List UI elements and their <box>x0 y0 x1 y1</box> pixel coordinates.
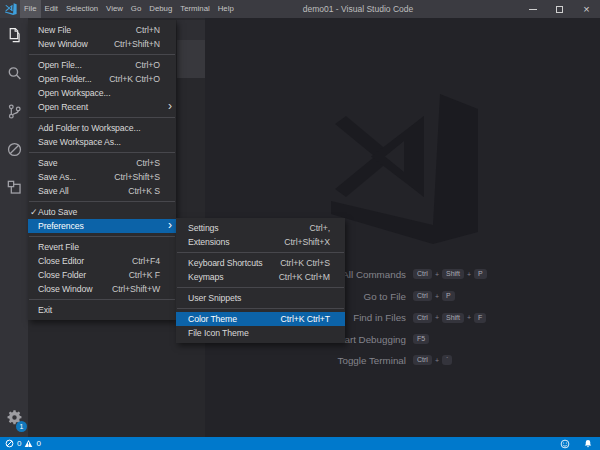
menu-item-save-as[interactable]: Save As...Ctrl+Shift+S <box>28 170 176 184</box>
menu-separator <box>29 152 175 153</box>
activity-bar-extensions[interactable] <box>0 179 28 217</box>
vscode-watermark-logo <box>330 93 483 244</box>
title-bar: FileEditSelectionViewGoDebugTerminalHelp… <box>0 0 600 18</box>
menu-item-file-icon-theme[interactable]: File Icon Theme <box>176 326 345 340</box>
menu-item-preferences[interactable]: Preferences› <box>28 219 176 233</box>
keyboard-key: Ctrl <box>413 291 432 301</box>
submenu-chevron-icon: › <box>168 100 172 113</box>
vscode-logo-icon <box>5 3 17 15</box>
menu-separator <box>177 308 344 309</box>
errors-icon <box>5 439 14 448</box>
menu-item-save-workspace-as[interactable]: Save Workspace As... <box>28 135 176 149</box>
menu-item-auto-save[interactable]: ✓Auto Save <box>28 205 176 219</box>
sidebar-selected-item[interactable] <box>177 40 205 78</box>
keyboard-key: Ctrl <box>413 355 432 365</box>
menubar-item-edit[interactable]: Edit <box>41 0 62 18</box>
activity-bar-debug[interactable] <box>0 141 28 179</box>
submenu-chevron-icon: › <box>168 219 172 232</box>
menu-separator <box>29 201 175 202</box>
menu-item-color-theme[interactable]: Color ThemeCtrl+K Ctrl+T <box>176 312 345 326</box>
menubar-item-terminal[interactable]: Terminal <box>176 0 213 18</box>
file-menu: New FileCtrl+NNew WindowCtrl+Shift+NOpen… <box>28 20 176 320</box>
sidebar-section-a <box>177 20 205 40</box>
activity-bar-search[interactable] <box>0 65 28 103</box>
activity-bar: 1 <box>0 18 28 437</box>
keyboard-key: Ctrl <box>413 313 432 323</box>
menu-item-close-folder[interactable]: Close FolderCtrl+K F <box>28 268 176 282</box>
menu-item-extensions[interactable]: ExtensionsCtrl+Shift+X <box>176 235 345 249</box>
menu-separator <box>177 252 344 253</box>
menu-item-save[interactable]: SaveCtrl+S <box>28 156 176 170</box>
menu-item-revert-file[interactable]: Revert File <box>28 240 176 254</box>
preferences-submenu: SettingsCtrl+,ExtensionsCtrl+Shift+XKeyb… <box>176 218 345 343</box>
feedback-smiley-icon[interactable] <box>560 439 570 449</box>
keyboard-key: Shift <box>442 313 464 323</box>
errors-count[interactable]: 0 <box>17 439 21 448</box>
menu-item-save-all[interactable]: Save AllCtrl+K S <box>28 184 176 198</box>
menu-item-open-recent[interactable]: Open Recent› <box>28 100 176 114</box>
keyboard-key: Ctrl <box>413 269 432 279</box>
menubar-item-go[interactable]: Go <box>127 0 145 18</box>
maximize-button[interactable] <box>546 0 573 18</box>
menubar-item-selection[interactable]: Selection <box>62 0 102 18</box>
menu-item-exit[interactable]: Exit <box>28 303 176 317</box>
close-button[interactable]: × <box>573 0 600 18</box>
checkmark-icon: ✓ <box>30 205 37 219</box>
menu-separator <box>177 287 344 288</box>
keyboard-key: P <box>442 291 455 301</box>
status-bar: 0 0 <box>0 437 600 450</box>
menu-item-open-folder[interactable]: Open Folder...Ctrl+K Ctrl+O <box>28 72 176 86</box>
settings-badge: 1 <box>16 421 27 432</box>
menu-item-open-file[interactable]: Open File...Ctrl+O <box>28 58 176 72</box>
keyboard-key: F5 <box>413 334 429 344</box>
warnings-icon <box>24 439 33 448</box>
menu-item-open-workspace[interactable]: Open Workspace... <box>28 86 176 100</box>
keyboard-key: F <box>474 313 486 323</box>
menubar-item-debug[interactable]: Debug <box>145 0 176 18</box>
explorer-icon <box>6 27 23 44</box>
window-title: demo01 - Visual Studio Code <box>303 0 413 18</box>
menu-item-new-window[interactable]: New WindowCtrl+Shift+N <box>28 37 176 51</box>
shortcut-hint: Toggle TerminalCtrl+` <box>205 353 452 367</box>
menu-item-user-snippets[interactable]: User Snippets <box>176 291 345 305</box>
menu-separator <box>29 54 175 55</box>
source-control-icon <box>6 103 23 120</box>
keyboard-key: Shift <box>442 269 464 279</box>
activity-bar-explorer[interactable] <box>0 27 28 65</box>
menu-item-settings[interactable]: SettingsCtrl+, <box>176 221 345 235</box>
menu-separator <box>29 299 175 300</box>
minimize-button[interactable] <box>519 0 546 18</box>
menubar-item-help[interactable]: Help <box>214 0 238 18</box>
menu-item-keyboard-shortcuts[interactable]: Keyboard ShortcutsCtrl+K Ctrl+S <box>176 256 345 270</box>
menu-separator <box>29 236 175 237</box>
menubar-item-file[interactable]: File <box>20 0 41 18</box>
menu-item-close-window[interactable]: Close WindowCtrl+Shift+W <box>28 282 176 296</box>
menu-item-keymaps[interactable]: KeymapsCtrl+K Ctrl+M <box>176 270 345 284</box>
menu-bar: FileEditSelectionViewGoDebugTerminalHelp <box>20 0 238 18</box>
search-icon <box>6 65 23 82</box>
keyboard-key: ` <box>442 355 452 365</box>
menu-item-close-editor[interactable]: Close EditorCtrl+F4 <box>28 254 176 268</box>
debug-icon <box>6 141 23 158</box>
menu-separator <box>29 117 175 118</box>
extensions-icon <box>6 179 23 196</box>
menu-item-add-folder-to-workspace[interactable]: Add Folder to Workspace... <box>28 121 176 135</box>
activity-bar-source-control[interactable] <box>0 103 28 141</box>
menu-item-new-file[interactable]: New FileCtrl+N <box>28 23 176 37</box>
menubar-item-view[interactable]: View <box>102 0 127 18</box>
keyboard-key: P <box>474 269 487 279</box>
warnings-count[interactable]: 0 <box>36 439 40 448</box>
notifications-bell-icon[interactable] <box>583 439 593 449</box>
